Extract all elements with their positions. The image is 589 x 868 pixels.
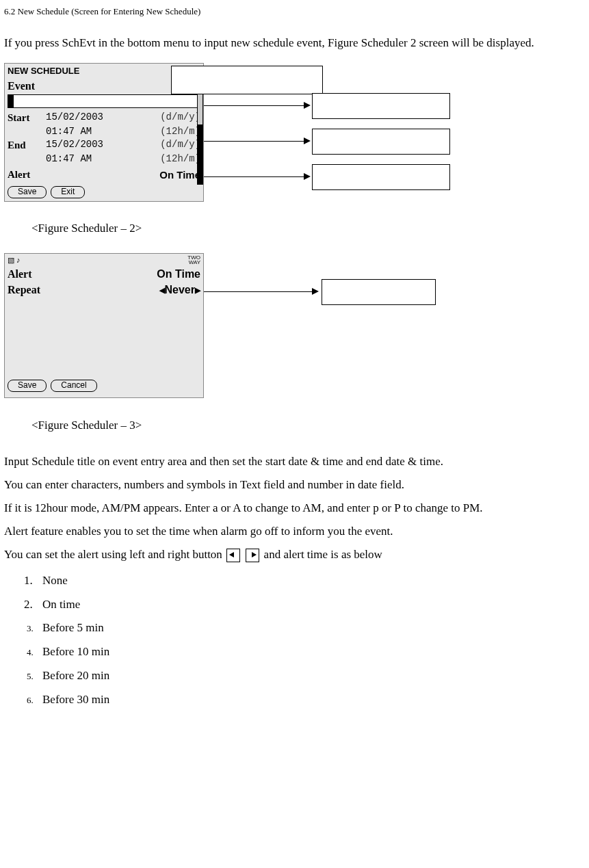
text-caret <box>8 95 14 107</box>
arrow-head-4 <box>312 288 319 295</box>
repeat-label: Repeat <box>8 282 159 298</box>
arrow-head-3 <box>304 173 311 180</box>
annotation-box-4 <box>322 279 436 305</box>
start-label: Start <box>8 111 46 125</box>
end-date-field[interactable]: 15/02/2003 <box>46 138 160 153</box>
save-button-2[interactable]: Save <box>8 380 47 392</box>
left-arrow-icon[interactable]: ◀ <box>159 286 165 294</box>
paragraph-4: Alert feature enables you to set the tim… <box>4 520 589 543</box>
alert-options-list: None On time Before 5 min Before 10 min … <box>36 569 589 712</box>
arrow-head-1 <box>304 102 311 109</box>
list-item: Before 20 min <box>36 664 589 688</box>
section-heading: 6.2 New Schedule (Screen for Entering Ne… <box>4 5 589 18</box>
start-time-suffix: (12h/m) <box>160 125 200 139</box>
figure-scheduler-3: ▧ ♪ TWO WAY Alert On Time Repeat ◀Never▶… <box>4 253 589 410</box>
list-item: Before 10 min <box>36 640 589 664</box>
arrow-line-2 <box>204 141 305 142</box>
end-date-suffix: (d/m/y) <box>160 138 200 153</box>
arrow-head-2 <box>304 137 311 144</box>
right-arrow-icon[interactable]: ▶ <box>195 286 200 294</box>
arrow-line-3 <box>204 176 305 177</box>
save-button[interactable]: Save <box>8 186 47 198</box>
event-input[interactable] <box>8 94 200 108</box>
end-time-field[interactable]: 01:47 AM <box>46 153 160 166</box>
left-button-icon <box>226 549 240 562</box>
list-item: Before 30 min <box>36 688 589 712</box>
figure-caption-2: <Figure Scheduler – 3> <box>31 417 589 434</box>
annotation-box-1 <box>312 93 450 119</box>
alert-label-2: Alert <box>8 267 157 282</box>
paragraph-2: You can enter characters, numbers and sy… <box>4 473 589 497</box>
alert-label: Alert <box>8 168 69 182</box>
intro-paragraph: If you press SchEvt in the bottom menu t… <box>4 31 589 55</box>
scrollbar-thumb[interactable] <box>198 91 202 124</box>
list-item: On time <box>36 593 589 617</box>
two-way-indicator-2: TWO WAY <box>187 255 200 265</box>
screen1-title: NEW SCHEDULE <box>8 65 79 77</box>
annotation-box-top <box>171 66 323 94</box>
repeat-value[interactable]: ◀Never▶ <box>159 282 200 298</box>
arrow-line-1 <box>204 105 305 106</box>
arrow-line-4 <box>204 291 313 292</box>
status-icons: ▧ ♪ <box>8 255 21 265</box>
alert-value-2[interactable]: On Time <box>157 267 200 282</box>
end-label: End <box>8 138 46 153</box>
start-date-suffix: (d/m/y) <box>160 111 200 125</box>
figure-caption-1: <Figure Scheduler – 2> <box>31 220 589 237</box>
paragraph-5: You can set the alert using left and rig… <box>4 543 589 566</box>
end-time-suffix: (12h/m) <box>160 153 200 166</box>
paragraph-3: If it is 12hour mode, AM/PM appears. Ent… <box>4 497 589 520</box>
scrollbar[interactable] <box>197 90 203 185</box>
cancel-button[interactable]: Cancel <box>51 380 96 392</box>
device-screen-2: ▧ ♪ TWO WAY Alert On Time Repeat ◀Never▶… <box>4 253 204 398</box>
start-date-field[interactable]: 15/02/2003 <box>46 111 160 125</box>
annotation-box-2 <box>312 129 450 155</box>
start-time-field[interactable]: 01:47 AM <box>46 125 160 139</box>
right-button-icon <box>246 549 259 562</box>
paragraph-1: Input Schedule title on event entry area… <box>4 450 589 473</box>
annotation-box-3 <box>312 164 450 190</box>
exit-button[interactable]: Exit <box>51 186 85 198</box>
figure-scheduler-2: NEW SCHEDULE TWO Event Start 15/02/2003 … <box>4 63 589 213</box>
alert-value[interactable]: On Time <box>69 168 200 182</box>
list-item: Before 5 min <box>36 616 589 640</box>
list-item: None <box>36 569 589 593</box>
